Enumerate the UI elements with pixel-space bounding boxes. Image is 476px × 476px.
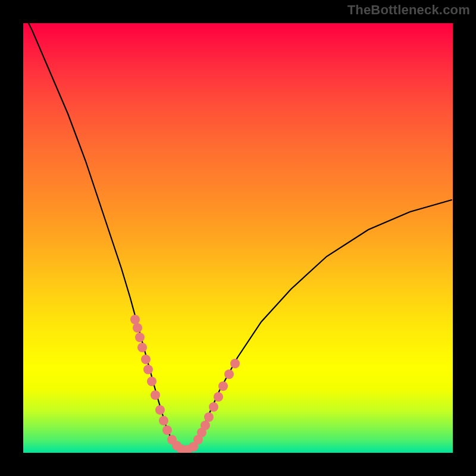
curve-line — [23, 23, 452, 453]
curve-marker — [230, 359, 240, 368]
chart-stage: TheBottleneck.com — [0, 0, 476, 476]
attribution-label: TheBottleneck.com — [347, 2, 470, 18]
marker-group — [130, 315, 240, 453]
curve-marker — [137, 343, 147, 352]
curve-marker — [151, 390, 160, 400]
curve-marker — [209, 402, 218, 412]
curve-marker — [224, 369, 234, 379]
curve-marker — [204, 412, 214, 422]
chart-svg — [23, 23, 453, 453]
curve-marker — [147, 377, 156, 386]
curve-marker — [214, 392, 223, 402]
curve-marker — [135, 333, 145, 342]
curve-marker — [159, 416, 168, 425]
curve-marker — [218, 381, 228, 391]
curve-marker — [133, 323, 142, 333]
curve-marker — [141, 355, 151, 364]
curve-marker — [155, 405, 165, 415]
curve-marker — [201, 421, 210, 430]
plot-area — [23, 23, 453, 453]
curve-marker — [162, 425, 172, 435]
curve-group — [23, 23, 452, 453]
curve-marker — [143, 365, 153, 374]
curve-marker — [130, 315, 140, 324]
